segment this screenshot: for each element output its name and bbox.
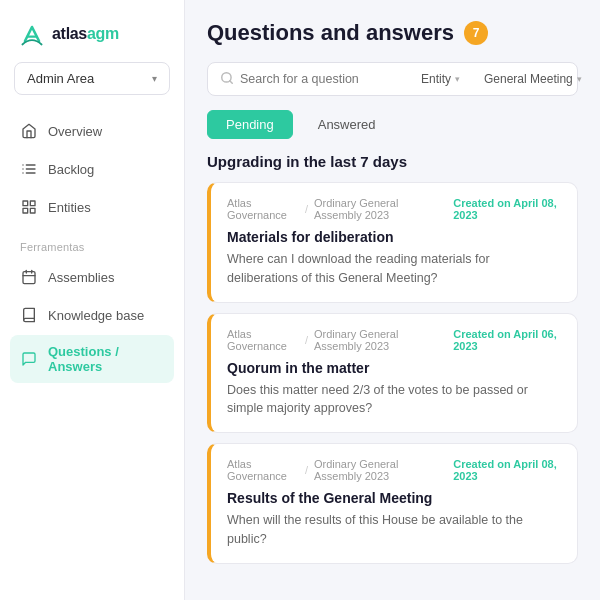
tab-pending[interactable]: Pending	[207, 110, 293, 139]
tools-section-label: Ferramentas	[10, 227, 174, 259]
question-count-badge: 7	[464, 21, 488, 45]
section-heading: Upgrading in the last 7 days	[207, 153, 578, 170]
svg-rect-9	[30, 208, 35, 213]
calendar-icon	[20, 268, 38, 286]
general-meeting-filter-arrow: ▾	[577, 74, 582, 84]
sidebar-item-overview-label: Overview	[48, 124, 102, 139]
search-filter-bar: Entity ▾ General Meeting ▾ Period ▾	[207, 62, 578, 96]
home-icon	[20, 122, 38, 140]
card-assembly-0: Ordinary General Assembly 2023	[314, 197, 447, 221]
list-icon	[20, 160, 38, 178]
general-meeting-filter[interactable]: General Meeting ▾	[484, 72, 582, 86]
sidebar-item-questions-answers-label: Questions / Answers	[48, 344, 164, 374]
search-input-wrapper	[220, 71, 397, 88]
svg-rect-7	[30, 201, 35, 206]
book-icon	[20, 306, 38, 324]
card-body-1: Does this matter need 2/3 of the votes t…	[227, 381, 561, 419]
svg-line-15	[230, 80, 233, 83]
question-card-2[interactable]: Atlas Governance / Ordinary General Asse…	[207, 443, 578, 564]
chat-icon	[20, 350, 38, 368]
svg-rect-8	[23, 208, 28, 213]
question-card-0[interactable]: Atlas Governance / Ordinary General Asse…	[207, 182, 578, 303]
logo: atlasagm	[0, 0, 184, 62]
sidebar-item-entities[interactable]: Entities	[10, 189, 174, 225]
main-nav: Overview Backlog Entities Ferramentas As…	[0, 113, 184, 385]
grid-icon	[20, 198, 38, 216]
card-title-0: Materials for deliberation	[227, 229, 561, 245]
card-entity-1: Atlas Governance	[227, 328, 299, 352]
main-content: Questions and answers 7 Entity ▾ General…	[185, 0, 600, 600]
card-created-2: Created on April 08, 2023	[453, 458, 561, 482]
card-created-0: Created on April 08, 2023	[453, 197, 561, 221]
card-title-1: Quorum in the matter	[227, 360, 561, 376]
card-assembly-2: Ordinary General Assembly 2023	[314, 458, 447, 482]
sidebar-item-backlog[interactable]: Backlog	[10, 151, 174, 187]
card-entity-0: Atlas Governance	[227, 197, 299, 221]
sidebar-item-overview[interactable]: Overview	[10, 113, 174, 149]
logo-text: atlasagm	[52, 25, 119, 43]
sidebar-item-entities-label: Entities	[48, 200, 91, 215]
card-assembly-1: Ordinary General Assembly 2023	[314, 328, 447, 352]
sidebar: atlasagm Admin Area ▾ Overview Backlog E…	[0, 0, 185, 600]
card-created-1: Created on April 06, 2023	[453, 328, 561, 352]
search-input[interactable]	[240, 72, 397, 86]
sidebar-item-knowledge-base-label: Knowledge base	[48, 308, 144, 323]
svg-rect-10	[23, 272, 35, 284]
card-body-2: When will the results of this House be a…	[227, 511, 561, 549]
sidebar-item-assemblies[interactable]: Assemblies	[10, 259, 174, 295]
admin-dropdown-label: Admin Area	[27, 71, 94, 86]
admin-area-dropdown[interactable]: Admin Area ▾	[14, 62, 170, 95]
card-title-2: Results of the General Meeting	[227, 490, 561, 506]
card-body-0: Where can I download the reading materia…	[227, 250, 561, 288]
card-meta-1: Atlas Governance / Ordinary General Asse…	[227, 328, 561, 352]
question-card-1[interactable]: Atlas Governance / Ordinary General Asse…	[207, 313, 578, 434]
page-title: Questions and answers	[207, 20, 454, 46]
tabs-row: Pending Answered	[207, 110, 578, 139]
page-header: Questions and answers 7	[207, 20, 578, 46]
card-meta-2: Atlas Governance / Ordinary General Asse…	[227, 458, 561, 482]
tab-answered[interactable]: Answered	[299, 110, 395, 139]
chevron-down-icon: ▾	[152, 73, 157, 84]
sidebar-item-questions-answers[interactable]: Questions / Answers	[10, 335, 174, 383]
entity-filter-arrow: ▾	[455, 74, 460, 84]
sidebar-item-knowledge-base[interactable]: Knowledge base	[10, 297, 174, 333]
svg-rect-6	[23, 201, 28, 206]
card-meta-0: Atlas Governance / Ordinary General Asse…	[227, 197, 561, 221]
sidebar-item-backlog-label: Backlog	[48, 162, 94, 177]
card-entity-2: Atlas Governance	[227, 458, 299, 482]
entity-filter[interactable]: Entity ▾	[421, 72, 460, 86]
sidebar-item-assemblies-label: Assemblies	[48, 270, 114, 285]
atlasagm-logo-icon	[18, 20, 46, 48]
search-icon	[220, 71, 234, 88]
